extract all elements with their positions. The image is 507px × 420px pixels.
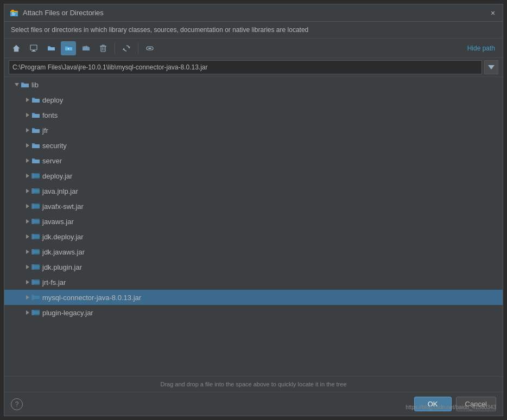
- folder-icon: [31, 96, 40, 104]
- new-folder-button[interactable]: [78, 41, 93, 55]
- tree-item[interactable]: jfr: [4, 123, 503, 138]
- help-button[interactable]: ?: [11, 398, 23, 410]
- svg-marker-29: [26, 98, 29, 102]
- tree-item[interactable]: deploy.jar: [4, 168, 503, 183]
- svg-rect-3: [12, 12, 14, 13]
- refresh-button[interactable]: [119, 41, 134, 55]
- svg-rect-28: [21, 84, 29, 87]
- expand-arrow[interactable]: [24, 126, 31, 134]
- dialog-description: Select files or directories in which lib…: [4, 22, 503, 39]
- item-label: javaws.jar: [42, 218, 74, 226]
- svg-rect-44: [31, 173, 34, 179]
- svg-rect-65: [31, 219, 34, 224]
- tree-item[interactable]: deploy: [4, 92, 503, 107]
- svg-marker-74: [26, 250, 29, 254]
- home-button[interactable]: [9, 41, 24, 55]
- jar-icon: [31, 187, 40, 195]
- title-bar-left: Attach Files or Directories: [10, 9, 104, 17]
- tree-item[interactable]: jdk.plugin.jar: [4, 259, 503, 275]
- item-label: jrt-fs.jar: [42, 278, 66, 287]
- jar-icon: [31, 263, 40, 271]
- toolbar-separator-2: [138, 43, 138, 54]
- tree-item[interactable]: javafx-swt.jar: [4, 199, 503, 214]
- svg-rect-30: [32, 99, 40, 103]
- expand-arrow[interactable]: [24, 202, 31, 210]
- path-bar: [4, 58, 503, 77]
- jar-icon: [31, 233, 40, 240]
- svg-rect-36: [32, 144, 40, 148]
- link-button[interactable]: [142, 41, 157, 55]
- svg-marker-26: [488, 65, 495, 69]
- svg-marker-27: [15, 83, 19, 86]
- svg-rect-9: [31, 51, 36, 52]
- svg-marker-53: [26, 204, 29, 208]
- svg-marker-81: [26, 265, 29, 269]
- tree-container: lib deploy fonts: [4, 77, 503, 376]
- desktop-button[interactable]: [26, 41, 41, 55]
- tree-item[interactable]: jdk.javaws.jar: [4, 244, 503, 259]
- svg-rect-2: [11, 10, 14, 12]
- expand-arrow[interactable]: [24, 263, 31, 271]
- jar-icon: [31, 172, 40, 180]
- svg-marker-102: [26, 310, 29, 315]
- path-input[interactable]: [9, 60, 482, 74]
- jar-icon: [31, 248, 40, 256]
- expand-arrow[interactable]: [24, 294, 31, 301]
- tree-item[interactable]: fonts: [4, 107, 503, 123]
- svg-marker-37: [26, 158, 29, 163]
- tree-item[interactable]: jdk.deploy.jar: [4, 229, 503, 244]
- folder-icon: [31, 142, 40, 149]
- tree-item[interactable]: java.jnlp.jar: [4, 183, 503, 199]
- svg-rect-8: [33, 50, 35, 51]
- path-browse-button[interactable]: [484, 60, 498, 74]
- svg-rect-72: [31, 234, 34, 239]
- item-label: lib: [31, 81, 39, 89]
- expand-arrow[interactable]: [24, 233, 31, 240]
- svg-rect-5: [12, 15, 15, 15]
- item-label: deploy: [42, 96, 63, 104]
- expand-arrow[interactable]: [24, 172, 31, 180]
- item-label: jdk.plugin.jar: [42, 263, 82, 271]
- tree-item[interactable]: security: [4, 138, 503, 153]
- svg-marker-60: [26, 219, 29, 224]
- expand-arrow[interactable]: [24, 142, 31, 149]
- expand-arrow[interactable]: [24, 187, 31, 195]
- attach-files-dialog: Attach Files or Directories × Select fil…: [4, 4, 503, 416]
- folder-icon: [31, 157, 40, 164]
- expand-arrow[interactable]: [24, 157, 31, 164]
- delete-button[interactable]: [96, 41, 111, 55]
- svg-marker-88: [26, 280, 29, 284]
- close-button[interactable]: ×: [489, 9, 497, 17]
- tree-item[interactable]: lib: [4, 77, 503, 92]
- item-label: jdk.deploy.jar: [42, 233, 84, 241]
- item-label: mysql-connector-java-8.0.13.jar: [42, 294, 141, 302]
- tree-item[interactable]: mysql-connector-java-8.0.13.jar: [4, 290, 503, 305]
- tree-item[interactable]: javaws.jar: [4, 214, 503, 229]
- expand-arrow[interactable]: [24, 111, 31, 119]
- jar-icon: [31, 278, 40, 286]
- expand-arrow[interactable]: [24, 218, 31, 225]
- expand-arrow[interactable]: [24, 309, 31, 316]
- svg-marker-6: [13, 45, 20, 52]
- expand-arrow[interactable]: [24, 248, 31, 256]
- svg-rect-32: [32, 114, 40, 118]
- tree-item[interactable]: plugin-legacy.jar: [4, 305, 503, 320]
- expand-arrow[interactable]: [24, 278, 31, 286]
- item-label: jdk.javaws.jar: [42, 248, 85, 256]
- hide-path-button[interactable]: Hide path: [464, 43, 498, 53]
- item-label: plugin-legacy.jar: [42, 309, 93, 317]
- active-folder-button[interactable]: [61, 41, 76, 55]
- collapse-arrow[interactable]: [13, 81, 21, 88]
- expand-arrow[interactable]: [24, 96, 31, 104]
- folder-icon: [31, 111, 40, 119]
- svg-marker-95: [26, 295, 29, 300]
- svg-rect-17: [101, 46, 105, 52]
- tree-item[interactable]: server: [4, 153, 503, 168]
- svg-rect-93: [31, 279, 34, 285]
- svg-rect-7: [30, 45, 37, 50]
- folder-button[interactable]: [43, 41, 59, 55]
- watermark-url: https://blog.csdn.net/baidu_41560343: [405, 404, 496, 410]
- tree-item[interactable]: jrt-fs.jar: [4, 275, 503, 290]
- svg-rect-86: [31, 264, 34, 270]
- svg-rect-38: [32, 160, 40, 163]
